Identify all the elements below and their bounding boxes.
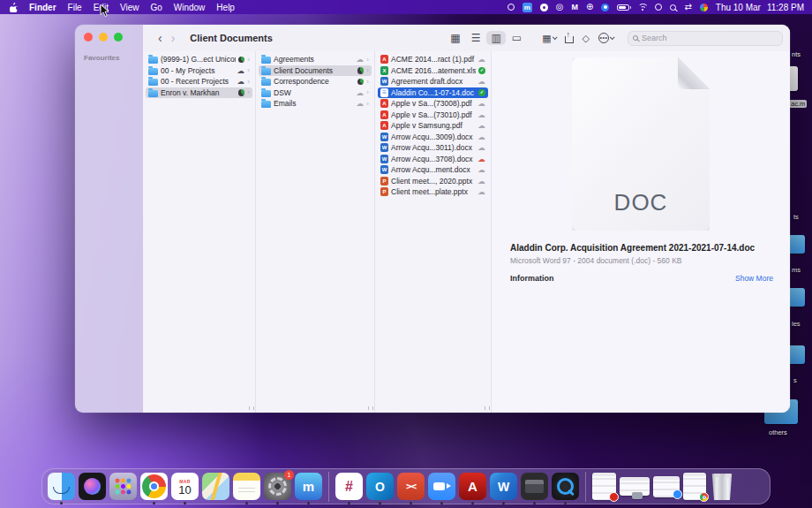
user-circle-icon[interactable]	[655, 4, 662, 11]
circle-app-icon[interactable]	[540, 4, 548, 11]
desktop-icon-label[interactable]: ms	[792, 266, 801, 274]
menu-item-file[interactable]: File	[68, 3, 82, 12]
m-app-icon[interactable]: M	[572, 3, 579, 11]
search-input[interactable]	[642, 34, 778, 42]
folder-row[interactable]: Emails ›	[259, 98, 372, 110]
folder-row[interactable]: DSW ›	[259, 87, 372, 99]
switch-icon[interactable]: ⇄	[684, 3, 691, 11]
file-row[interactable]: Client meet...plate.pptx	[378, 186, 488, 198]
list-view-button[interactable]: ☰	[467, 31, 485, 45]
color-app-icon[interactable]	[700, 4, 708, 11]
dock-finder-icon[interactable]	[48, 473, 75, 500]
acrobat-badge-icon	[609, 492, 619, 502]
file-row[interactable]: Apple v Samsung.pdf	[378, 120, 488, 132]
file-row[interactable]: Arrow Acqu...3708).docx	[378, 154, 488, 165]
file-row[interactable]: Arrow Acqu...ment.docx	[378, 164, 488, 176]
folder-row[interactable]: 00 - Recent Projects ›	[146, 76, 252, 87]
menu-item-help[interactable]: Help	[216, 3, 235, 12]
file-row[interactable]: Arrow Acqu...3011).docx	[378, 142, 488, 154]
menubar-clock[interactable]: Thu 10 Mar 11:28 PM	[716, 3, 804, 12]
close-button[interactable]	[84, 33, 93, 42]
desktop-icon-label[interactable]: s	[793, 376, 797, 384]
mimestream-icon[interactable]: m	[523, 3, 532, 12]
desktop-icon-label[interactable]: nts	[792, 50, 801, 58]
file-row[interactable]: Client meet..., 2020.pptx	[378, 176, 488, 187]
file-row[interactable]: Agreement draft.docx	[378, 76, 488, 87]
tag-button[interactable]: ◇	[583, 34, 590, 43]
dock-calendar-icon[interactable]: MAR 10	[171, 473, 199, 500]
desktop-icon-label[interactable]: les	[792, 320, 801, 328]
dock-trash-icon[interactable]	[710, 473, 734, 500]
blue-app-icon[interactable]	[601, 4, 609, 11]
dock-launchpad-icon[interactable]	[109, 473, 137, 500]
swirl-app-icon[interactable]: ◎	[556, 3, 564, 11]
folder-icon	[261, 79, 271, 86]
dock-minimized-window-2[interactable]	[620, 477, 650, 496]
record-icon[interactable]	[508, 4, 515, 11]
file-name: Apple v Sa...(73008).pdf	[391, 99, 475, 108]
folder-row[interactable]: 00 - My Projects ›	[146, 65, 252, 77]
dock-mimestream-icon[interactable]	[295, 473, 322, 500]
back-button[interactable]: ‹	[154, 32, 167, 44]
folder-icon	[148, 57, 158, 64]
sync-status-icon	[478, 89, 485, 96]
sync-status-icon	[477, 188, 485, 196]
dock-slack-icon[interactable]	[335, 473, 363, 500]
search-icon[interactable]	[670, 4, 676, 11]
file-row[interactable]: ACME 2014...ract (1).pdf	[378, 54, 488, 65]
dock-maps-icon[interactable]	[202, 473, 229, 500]
dock-minimized-window-1[interactable]	[592, 473, 616, 500]
gallery-view-button[interactable]: ▭	[508, 31, 526, 45]
zoom-button[interactable]	[114, 33, 123, 42]
folder-row[interactable]: Correspondence ›	[259, 76, 372, 87]
file-row[interactable]: Apple v Sa...(73008).pdf	[378, 98, 488, 110]
file-name: Client meet..., 2020.pptx	[391, 177, 475, 186]
dock-word-icon[interactable]	[490, 473, 517, 500]
dock-minimized-window-3[interactable]	[653, 476, 680, 497]
dock-chrome-icon[interactable]	[140, 473, 168, 500]
forward-button[interactable]: ›	[167, 32, 180, 44]
menu-item-view[interactable]: View	[120, 3, 139, 12]
chevron-right-icon: ›	[247, 66, 250, 74]
dock: MAR 10 1	[41, 468, 771, 504]
dock-remote-desktop-icon[interactable]	[397, 473, 425, 500]
desktop-icon-label[interactable]: ac.m	[789, 100, 807, 108]
file-row[interactable]: Aladdin Co...1-07-14.doc	[378, 87, 488, 99]
dock-notes-icon[interactable]	[233, 473, 260, 500]
folder-row[interactable]: Enron v. Markhan ›	[146, 87, 252, 99]
globe-icon[interactable]: ⊕	[586, 3, 593, 11]
show-more-link[interactable]: Show More	[735, 274, 773, 283]
folder-row[interactable]: Agreements ›	[259, 54, 372, 65]
battery-icon[interactable]	[617, 4, 629, 11]
folder-row[interactable]: (9999-1) G...ect Unicorn ›	[146, 54, 252, 65]
more-actions-button[interactable]: •••	[598, 33, 613, 43]
group-by-button[interactable]: ▦	[542, 34, 555, 43]
dock-minimized-window-4[interactable]	[683, 473, 706, 500]
menu-item-finder[interactable]: Finder	[29, 3, 56, 12]
menu-item-window[interactable]: Window	[174, 3, 206, 12]
chevron-right-icon: ›	[366, 88, 369, 96]
desktop-icon-label[interactable]: ts	[793, 213, 799, 221]
dock-screenshot-window-icon[interactable]	[521, 473, 548, 500]
file-row[interactable]: ACME 2016...atement.xls	[378, 65, 488, 77]
apple-menu[interactable]	[10, 3, 18, 12]
dock-acrobat-icon[interactable]	[459, 473, 486, 500]
dock-quicktime-icon[interactable]	[552, 473, 579, 500]
folder-name: 00 - Recent Projects	[161, 77, 234, 86]
dock-zoom-icon[interactable]	[428, 473, 455, 500]
file-name: Aladdin Co...1-07-14.doc	[391, 88, 476, 97]
minimize-button[interactable]	[99, 33, 108, 42]
icons-view-button[interactable]: ▦	[446, 31, 464, 45]
dock-outlook-icon[interactable]	[366, 473, 394, 500]
file-row[interactable]: Apple v Sa...(73010).pdf	[378, 110, 488, 121]
folder-row[interactable]: Client Documents ›	[259, 65, 372, 77]
search-field[interactable]	[628, 31, 783, 46]
dock-system-settings-icon[interactable]: 1	[264, 473, 291, 500]
desktop-icon-label[interactable]: others	[769, 428, 787, 436]
share-button[interactable]	[565, 34, 574, 43]
dock-siri-icon[interactable]	[79, 473, 106, 500]
menu-item-go[interactable]: Go	[150, 3, 162, 12]
columns-view-button[interactable]: ▥	[486, 31, 505, 45]
file-row[interactable]: Arrow Acqu...3009).docx	[378, 132, 488, 143]
wifi-icon[interactable]	[637, 4, 647, 11]
